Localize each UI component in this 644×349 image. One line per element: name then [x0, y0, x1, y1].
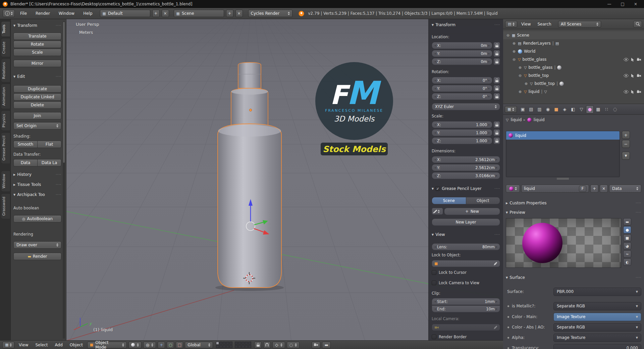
- preview-flat-button[interactable]: ▬: [623, 218, 631, 226]
- camera-icon[interactable]: [637, 74, 641, 78]
- eye-icon[interactable]: [624, 90, 629, 94]
- outliner-row-scene[interactable]: ⊖ ▦ Scene: [503, 31, 644, 39]
- outliner-scope-dropdown[interactable]: All Scenes: [558, 21, 601, 28]
- tab-physics[interactable]: Physics: [1, 110, 10, 131]
- breadcrumb-material[interactable]: liquid: [534, 117, 545, 122]
- outliner-row-liquid[interactable]: ⊕ ▽ liquid | ▽: [503, 88, 644, 96]
- material-specials-button[interactable]: ▼: [622, 152, 630, 160]
- minimize-button[interactable]: —: [607, 2, 611, 6]
- material-slot-list[interactable]: liquid: [506, 131, 620, 177]
- panel-header-custom-properties[interactable]: ▶ Custom Properties ····: [506, 199, 641, 207]
- gp-scene-button[interactable]: Scene: [432, 197, 466, 204]
- editor-type-button[interactable]: i: [3, 10, 15, 17]
- menu-select[interactable]: Select: [33, 343, 50, 347]
- outliner-row-bottle-glass-object[interactable]: ⊖ ▽ bottle_glass: [503, 55, 644, 63]
- lock-scale-x-button[interactable]: [493, 121, 500, 128]
- data-button[interactable]: Data: [13, 159, 37, 166]
- dimension-x-field[interactable]: ◂X:2.5612cm▸: [432, 156, 500, 163]
- mirror-button[interactable]: Mirror: [13, 60, 61, 67]
- render-border-checkbox[interactable]: [432, 335, 436, 339]
- tab-world[interactable]: ◉: [544, 105, 552, 113]
- camera-icon[interactable]: [637, 90, 641, 94]
- pivot-dropdown[interactable]: ◎: [143, 342, 156, 348]
- gp-new-layer-button[interactable]: New Layer: [432, 218, 500, 226]
- scene-selector[interactable]: ▦ Scene: [174, 10, 224, 17]
- autoboolean-button[interactable]: ◎ AutoBoolean: [13, 215, 61, 222]
- unlink-material-button[interactable]: ×: [600, 185, 608, 193]
- expand-icon[interactable]: ⊖: [512, 57, 516, 62]
- render-engine-selector[interactable]: Cycles Render: [248, 10, 292, 17]
- menu-render[interactable]: Render: [32, 10, 53, 17]
- list-resize-grip[interactable]: [557, 178, 569, 180]
- preview-hair-button[interactable]: ≈: [623, 250, 631, 258]
- tab-material[interactable]: ●: [586, 105, 594, 113]
- flat-button[interactable]: Flat: [37, 141, 61, 148]
- lock-location-x-button[interactable]: [493, 42, 500, 49]
- outliner-row-bottle-top-data[interactable]: ⊕ ▽ bottle_top |: [503, 80, 644, 88]
- tab-create[interactable]: Create: [1, 38, 10, 57]
- mode-dropdown[interactable]: ■ Object Mode: [87, 342, 127, 348]
- panel-header-transform-n[interactable]: ▼ Transform ····: [432, 21, 500, 29]
- tab-particles[interactable]: ∷: [603, 105, 610, 113]
- preview-cube-button[interactable]: ■: [623, 234, 631, 242]
- color-main-input-dropdown[interactable]: Image Texture ▼: [553, 313, 641, 321]
- render-button[interactable]: ▬ Render: [13, 253, 61, 260]
- expand-icon[interactable]: ⊖: [518, 73, 522, 78]
- outliner-menu-view[interactable]: View: [519, 22, 533, 27]
- scale-z-field[interactable]: ◂Z:1.000▸: [432, 137, 492, 144]
- expand-icon[interactable]: ⊕: [524, 82, 528, 86]
- menu-file[interactable]: File: [17, 10, 30, 17]
- outliner-menu-search[interactable]: Search: [535, 22, 554, 27]
- tab-tools[interactable]: Tools: [1, 21, 10, 37]
- location-x-field[interactable]: ◂X:0m▸: [432, 42, 492, 49]
- eye-icon[interactable]: [624, 58, 629, 61]
- scrollbar-thumb[interactable]: [63, 22, 65, 163]
- manipulator-translate-toggle[interactable]: +: [158, 342, 165, 348]
- snap-element-dropdown[interactable]: ◇: [272, 342, 285, 348]
- manipulator-scale-toggle[interactable]: □: [176, 342, 183, 348]
- screen-layout-selector[interactable]: ▦ Default: [100, 10, 150, 17]
- tab-scene[interactable]: ▥: [536, 105, 543, 113]
- cursor-icon[interactable]: [631, 90, 634, 94]
- cursor-icon[interactable]: [631, 73, 634, 78]
- add-material-slot-button[interactable]: +: [622, 131, 630, 139]
- preview-sphere-button[interactable]: ●: [623, 226, 631, 234]
- lock-scale-y-button[interactable]: [493, 129, 500, 136]
- menu-help[interactable]: Help: [80, 10, 96, 17]
- viewport-shading-dropdown[interactable]: [128, 342, 142, 348]
- maximize-button[interactable]: □: [621, 2, 625, 6]
- remove-material-slot-button[interactable]: −: [622, 140, 630, 148]
- clip-start-field[interactable]: ◂Start:1mm▸: [432, 298, 500, 305]
- orientation-dropdown[interactable]: Global: [185, 342, 213, 348]
- bottle-object[interactable]: [215, 62, 284, 291]
- tab-object-data[interactable]: ▽: [578, 105, 585, 113]
- panel-header-surface[interactable]: ▼ Surface ····: [506, 274, 641, 281]
- duplicate-button[interactable]: Duplicate: [13, 85, 61, 93]
- add-scene-button[interactable]: +: [226, 10, 233, 17]
- alpha-input-dropdown[interactable]: Image Texture ▼: [553, 334, 641, 342]
- lens-field[interactable]: ◂Lens:80mm▸: [432, 243, 500, 250]
- manipulator-rotate-toggle[interactable]: ○: [167, 342, 174, 348]
- search-icon[interactable]: [633, 21, 642, 28]
- color-abs-ao-input-dropdown[interactable]: Separate RGB ▼: [553, 323, 641, 332]
- tab-texture[interactable]: ▩: [594, 105, 602, 113]
- dimension-y-field[interactable]: ◂Y:2.5612cm▸: [432, 164, 500, 171]
- lock-scale-z-button[interactable]: [493, 137, 500, 144]
- outliner-row-world[interactable]: ⊕ World: [503, 47, 644, 55]
- proportional-edit-dropdown[interactable]: ◌: [287, 342, 300, 348]
- tab-render-layers[interactable]: ▤: [527, 105, 535, 113]
- panel-header-preview[interactable]: ▼ Preview ····: [506, 209, 641, 216]
- tab-modifiers[interactable]: ◧: [569, 105, 577, 113]
- panel-header-history[interactable]: ▶ History ····: [13, 171, 61, 178]
- expand-icon[interactable]: ⊕: [512, 41, 516, 46]
- layers-widget[interactable]: [216, 342, 251, 348]
- clip-end-field[interactable]: ◂End:10m▸: [432, 305, 500, 312]
- tab-physics[interactable]: ◌: [611, 105, 619, 113]
- gp-object-button[interactable]: Object: [466, 197, 500, 204]
- viewport-canvas[interactable]: User Persp Meters (1) liquid y F M FRANC…: [66, 19, 503, 340]
- browse-material-button[interactable]: [506, 185, 520, 193]
- dimension-z-field[interactable]: ◂Z:3.0166cm▸: [432, 172, 500, 179]
- lock-to-scene-button[interactable]: [254, 342, 262, 348]
- lock-rotation-z-button[interactable]: [493, 93, 500, 100]
- expand-icon[interactable]: ⊕: [518, 90, 522, 94]
